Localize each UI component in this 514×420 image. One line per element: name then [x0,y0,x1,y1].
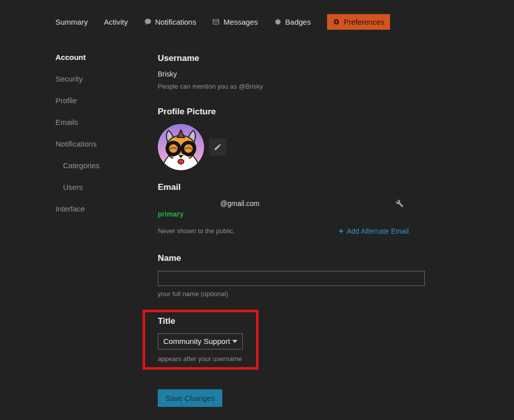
sidebar-item-categories[interactable]: Categories [55,162,158,170]
gear-icon [333,18,340,26]
chevron-down-icon [232,340,237,343]
badge-seal-icon [274,18,282,26]
tab-notifications[interactable]: Notifications [144,18,197,26]
plus-icon: + [339,227,344,235]
tab-summary-label: Summary [55,18,88,26]
username-hint: People can mention you as @Brisky [158,83,425,90]
avatar [158,124,204,170]
email-footer: Never shown to the public. + Add Alterna… [158,227,425,235]
profile-picture-heading: Profile Picture [158,107,425,117]
name-hint: your full name (optional) [158,290,425,298]
add-alternate-email-link[interactable]: + Add Alternate Email [339,227,409,235]
sidebar-item-interface[interactable]: Interface [55,205,158,213]
tab-summary[interactable]: Summary [55,18,88,26]
title-dropdown-value: Community Support [163,337,230,345]
tab-preferences[interactable]: Preferences [327,14,390,30]
tab-badges-label: Badges [285,18,311,26]
preferences-layout: Account Security Profile Emails Notifica… [55,53,425,407]
avatar-row [158,124,425,170]
sidebar-item-notifications[interactable]: Notifications [55,140,158,148]
tab-activity[interactable]: Activity [104,18,128,26]
envelope-icon [212,18,220,26]
email-heading: Email [158,182,425,192]
sidebar-item-account[interactable]: Account [55,53,158,61]
tab-messages[interactable]: Messages [212,18,258,26]
username-heading: Username [158,53,425,63]
wrench-icon [396,199,404,207]
edit-avatar-button[interactable] [209,138,226,156]
email-hint: Never shown to the public. [158,227,235,235]
title-hint: appears after your username [158,355,425,363]
save-changes-button[interactable]: Save Changes [158,389,222,407]
sidebar-item-emails[interactable]: Emails [55,118,158,126]
tab-preferences-label: Preferences [344,18,384,26]
tab-notifications-label: Notifications [155,18,197,26]
tab-badges[interactable]: Badges [274,18,311,26]
sidebar-item-security[interactable]: Security [55,75,158,83]
title-dropdown[interactable]: Community Support [158,333,243,349]
account-settings-panel: Username Brisky People can mention you a… [158,53,425,407]
email-value: @gmail.com [220,199,260,207]
pencil-icon [214,143,222,151]
tab-activity-label: Activity [104,18,128,26]
preferences-sidebar: Account Security Profile Emails Notifica… [55,53,158,407]
full-name-input[interactable] [158,271,425,286]
user-profile-nav: Summary Activity Notifications Messages … [55,14,390,30]
email-settings-button[interactable] [396,199,404,207]
add-alternate-email-label: Add Alternate Email [347,227,409,235]
title-section: Title Community Support appears after yo… [158,316,425,363]
sidebar-item-users[interactable]: Users [55,183,158,191]
title-heading: Title [158,316,425,326]
username-value: Brisky [158,70,425,78]
tab-messages-label: Messages [223,18,258,26]
name-heading: Name [158,253,425,263]
email-row: @gmail.com [158,199,425,207]
email-primary-badge: primary [158,210,425,218]
sidebar-item-profile[interactable]: Profile [55,97,158,105]
speech-bubble-icon [144,18,152,26]
